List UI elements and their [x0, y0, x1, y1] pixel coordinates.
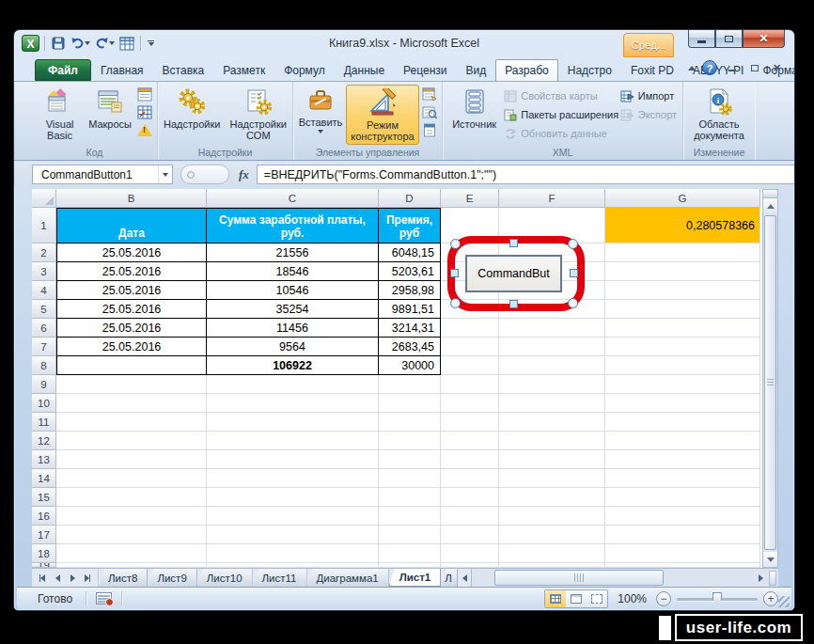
cell-F6[interactable]: [499, 319, 605, 338]
cell-F17[interactable]: [499, 526, 605, 544]
sheet-tab-лист9[interactable]: Лист9: [148, 569, 196, 587]
selection-handle[interactable]: [450, 239, 461, 249]
cell-E6[interactable]: [441, 319, 499, 338]
cell-B9[interactable]: [56, 375, 207, 394]
sheet-tab-лист11[interactable]: Лист11: [253, 569, 307, 587]
cell-D15[interactable]: [379, 488, 441, 507]
cell-E12[interactable]: [441, 432, 499, 450]
split-handle[interactable]: [769, 571, 776, 586]
cell-B17[interactable]: [56, 526, 207, 544]
formula-input[interactable]: =ВНЕДРИТЬ("Forms.CommandButton.1";""): [257, 165, 794, 184]
properties-button[interactable]: [421, 86, 438, 102]
zoom-out-button[interactable]: −: [656, 591, 671, 606]
cell-D7[interactable]: 2683,45: [379, 338, 441, 356]
cell-F15[interactable]: [499, 488, 605, 507]
row-header-14[interactable]: 14: [32, 469, 56, 488]
cell-E13[interactable]: [441, 450, 499, 469]
visual-basic-button[interactable]: Visual Basic: [35, 85, 85, 145]
ribbon-tab-вставка[interactable]: Вставка: [153, 59, 214, 81]
cell-G8[interactable]: [605, 356, 760, 375]
vertical-scrollbar[interactable]: [762, 189, 778, 568]
cell-E14[interactable]: [441, 469, 499, 488]
cell-B8[interactable]: [56, 356, 207, 375]
close-button[interactable]: ✕: [743, 30, 785, 48]
ribbon-tab-формул[interactable]: Формул: [274, 59, 335, 81]
page-layout-view-button[interactable]: [566, 590, 587, 607]
cell-C16[interactable]: [207, 507, 379, 526]
cell-G6[interactable]: [605, 319, 760, 338]
page-break-view-button[interactable]: [587, 590, 607, 607]
cell-G15[interactable]: [605, 488, 760, 507]
cell-B1[interactable]: Дата: [56, 208, 207, 243]
cell-C2[interactable]: 21556: [207, 243, 379, 262]
cell-G9[interactable]: [605, 375, 760, 394]
ribbon-tab-разрабо[interactable]: Разрабо: [495, 59, 558, 81]
design-mode-button[interactable]: Режим конструктора: [346, 85, 419, 145]
cell-G1[interactable]: 0,280578366: [605, 208, 760, 243]
cell-F14[interactable]: [499, 469, 605, 488]
row-header-3[interactable]: 3: [32, 262, 56, 281]
row-header-8[interactable]: 8: [32, 356, 56, 375]
first-sheet-button[interactable]: [36, 572, 49, 585]
sheet-tab-partial[interactable]: Л: [441, 569, 458, 587]
cell-B3[interactable]: 25.05.2016: [56, 262, 207, 281]
cell-F13[interactable]: [499, 450, 605, 469]
cell-F10[interactable]: [499, 394, 605, 413]
row-header-2[interactable]: 2: [32, 243, 56, 262]
cell-B4[interactable]: 25.05.2016: [56, 281, 207, 300]
com-addins-button[interactable]: Надстройки COM: [227, 85, 290, 145]
column-header-B[interactable]: B: [56, 189, 207, 208]
customize-qat-button[interactable]: [146, 39, 156, 49]
cell-D18[interactable]: [379, 544, 441, 563]
cell-C18[interactable]: [207, 544, 379, 563]
cell-B13[interactable]: [56, 450, 207, 469]
cell-F11[interactable]: [499, 413, 605, 432]
zoom-level[interactable]: 100%: [618, 592, 647, 605]
maximize-button[interactable]: [715, 30, 743, 48]
cell-D9[interactable]: [379, 375, 441, 394]
cell-E17[interactable]: [441, 526, 499, 544]
cell-E7[interactable]: [441, 338, 499, 356]
document-panel-button[interactable]: i Область документа: [686, 85, 752, 145]
cell-B16[interactable]: [56, 507, 207, 526]
macros-button[interactable]: Макросы: [86, 85, 134, 145]
cell-E16[interactable]: [441, 507, 499, 526]
cell-D12[interactable]: [379, 432, 441, 450]
command-button[interactable]: CommandBut: [465, 255, 562, 292]
run-dialog-button[interactable]: [421, 122, 438, 137]
column-header-D[interactable]: D: [379, 189, 441, 208]
workbook-minimize-button[interactable]: [724, 61, 740, 75]
xml-source-button[interactable]: Источник: [446, 85, 503, 145]
insert-control-button[interactable]: Вставить: [296, 85, 345, 145]
view-code-button[interactable]: [421, 104, 438, 119]
expansion-packs-button[interactable]: Пакеты расширения: [504, 106, 618, 123]
minimize-button[interactable]: [688, 30, 715, 48]
undo-button[interactable]: [70, 35, 91, 52]
next-sheet-button[interactable]: [66, 572, 79, 585]
horizontal-scrollbar[interactable]: [471, 569, 778, 587]
cell-B11[interactable]: [56, 413, 207, 432]
cell-G14[interactable]: [605, 469, 760, 488]
row-header-10[interactable]: 10: [32, 394, 56, 413]
ribbon-tab-рецензи[interactable]: Рецензи: [394, 59, 456, 81]
cell-F9[interactable]: [499, 375, 605, 394]
cell-C10[interactable]: [207, 394, 379, 413]
vertical-scroll-thumb[interactable]: [764, 215, 776, 550]
zoom-slider[interactable]: [677, 598, 758, 601]
cell-F16[interactable]: [499, 507, 605, 526]
cell-G18[interactable]: [605, 544, 760, 563]
record-macro-button[interactable]: [136, 86, 153, 102]
row-header-13[interactable]: 13: [32, 450, 56, 469]
row-header-9[interactable]: 9: [32, 375, 56, 394]
cell-C4[interactable]: 10546: [207, 281, 379, 300]
qat-grid-button[interactable]: [118, 35, 135, 52]
cell-D5[interactable]: 9891,51: [379, 300, 441, 319]
cell-D2[interactable]: 6048,15: [379, 243, 441, 262]
cell-D10[interactable]: [379, 394, 441, 413]
help-button[interactable]: ?: [702, 60, 717, 75]
cell-C3[interactable]: 18546: [207, 262, 379, 281]
cell-F12[interactable]: [499, 432, 605, 450]
zoom-slider-thumb[interactable]: [712, 592, 722, 605]
name-box[interactable]: CommandButton1: [32, 165, 173, 184]
horizontal-scroll-thumb[interactable]: [494, 570, 664, 586]
